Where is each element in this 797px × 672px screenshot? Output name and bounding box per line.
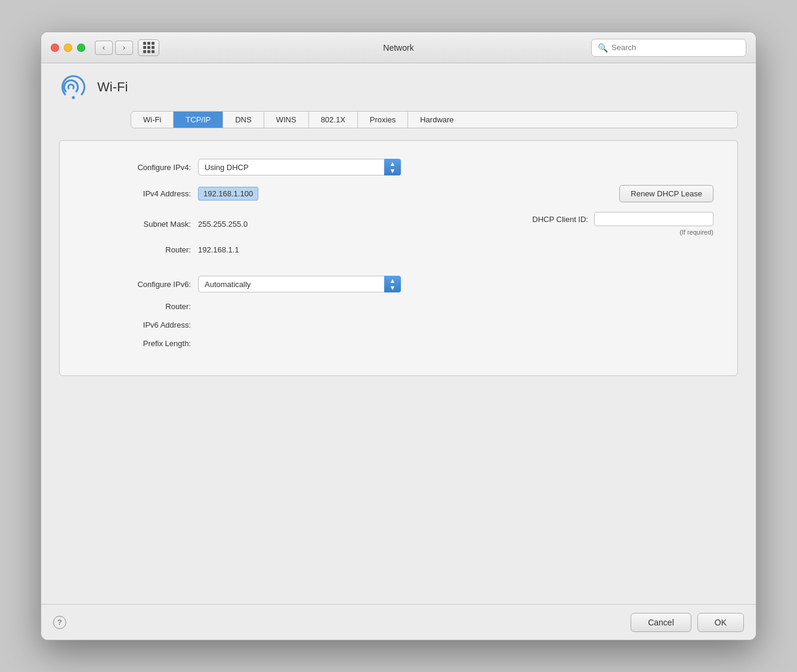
tabs-container: Wi-Fi TCP/IP DNS WINS 802.1X Proxies Har… (131, 111, 738, 128)
wifi-icon (59, 75, 88, 99)
renew-section: Renew DHCP Lease (619, 185, 713, 202)
subnet-mask-label: Subnet Mask: (84, 220, 191, 229)
configure-ipv6-label: Configure IPv6: (84, 280, 191, 289)
dhcp-client-input[interactable] (594, 212, 713, 226)
bottom-actions: Cancel OK (631, 613, 744, 632)
bottom-bar: ? Cancel OK (41, 604, 756, 640)
configure-ipv4-label: Configure IPv4: (84, 163, 191, 172)
titlebar: ‹ › Network 🔍 (41, 32, 756, 63)
tab-dns[interactable]: DNS (223, 112, 264, 128)
configure-ipv4-select[interactable]: Using DHCP (198, 159, 401, 175)
help-button[interactable]: ? (53, 616, 66, 629)
search-input[interactable] (611, 43, 740, 52)
ipv6-router-row: Router: (84, 302, 713, 311)
dhcp-client-section: DHCP Client ID: (If required) (532, 212, 713, 236)
prefix-length-row: Prefix Length: (84, 339, 713, 348)
subnet-mask-row: Subnet Mask: 255.255.255.0 DHCP Client I… (84, 212, 713, 236)
dhcp-client-row: DHCP Client ID: (532, 212, 713, 226)
ipv4-address-row: IPv4 Address: 192.168.1.100 Renew DHCP L… (84, 185, 713, 202)
content-area: Wi-Fi Wi-Fi TCP/IP DNS WINS 802.1X Proxi… (41, 63, 756, 604)
ipv6-router-label: Router: (84, 302, 191, 311)
maximize-button[interactable] (77, 44, 85, 52)
router-value: 192.168.1.1 (198, 245, 239, 254)
network-window: ‹ › Network 🔍 Wi-Fi (41, 32, 756, 640)
close-button[interactable] (51, 44, 59, 52)
window-title: Network (383, 43, 413, 53)
configure-ipv6-select-wrapper: Automatically ▲ ▼ (198, 276, 401, 292)
tab-wins[interactable]: WINS (264, 112, 309, 128)
forward-button[interactable]: › (115, 41, 133, 55)
renew-dhcp-button[interactable]: Renew DHCP Lease (619, 185, 713, 202)
grid-button[interactable] (138, 39, 159, 56)
if-required-text: (If required) (679, 229, 713, 236)
tab-8021x[interactable]: 802.1X (309, 112, 358, 128)
ipv4-address-label: IPv4 Address: (84, 189, 191, 198)
tab-tcpip[interactable]: TCP/IP (174, 112, 223, 128)
configure-ipv4-row: Configure IPv4: Using DHCP ▲ ▼ (84, 159, 713, 175)
cancel-button[interactable]: Cancel (631, 613, 691, 632)
search-icon: 🔍 (598, 43, 608, 53)
interface-header: Wi-Fi (59, 75, 738, 99)
ipv6-address-label: IPv6 Address: (84, 320, 191, 329)
dhcp-client-label: DHCP Client ID: (532, 215, 588, 224)
traffic-lights (51, 44, 85, 52)
nav-buttons: ‹ › (95, 41, 133, 55)
back-button[interactable]: ‹ (95, 41, 113, 55)
configure-ipv6-select[interactable]: Automatically (198, 276, 401, 292)
ok-button[interactable]: OK (697, 613, 744, 632)
ipv4-address-value[interactable]: 192.168.1.100 (198, 187, 258, 201)
subnet-mask-value: 255.255.255.0 (198, 220, 248, 229)
tab-proxies[interactable]: Proxies (358, 112, 408, 128)
minimize-button[interactable] (64, 44, 72, 52)
router-label: Router: (84, 245, 191, 254)
configure-ipv6-row: Configure IPv6: Automatically ▲ ▼ (84, 276, 713, 292)
ipv6-address-row: IPv6 Address: (84, 320, 713, 329)
prefix-length-label: Prefix Length: (84, 339, 191, 348)
search-box[interactable]: 🔍 (591, 39, 746, 57)
settings-panel: Configure IPv4: Using DHCP ▲ ▼ IPv4 Addr… (59, 140, 738, 376)
tab-wifi[interactable]: Wi-Fi (131, 112, 174, 128)
tab-hardware[interactable]: Hardware (408, 112, 465, 128)
interface-name: Wi-Fi (97, 79, 128, 95)
grid-icon (143, 42, 155, 53)
configure-ipv4-select-wrapper: Using DHCP ▲ ▼ (198, 159, 401, 175)
router-row: Router: 192.168.1.1 (84, 245, 713, 254)
